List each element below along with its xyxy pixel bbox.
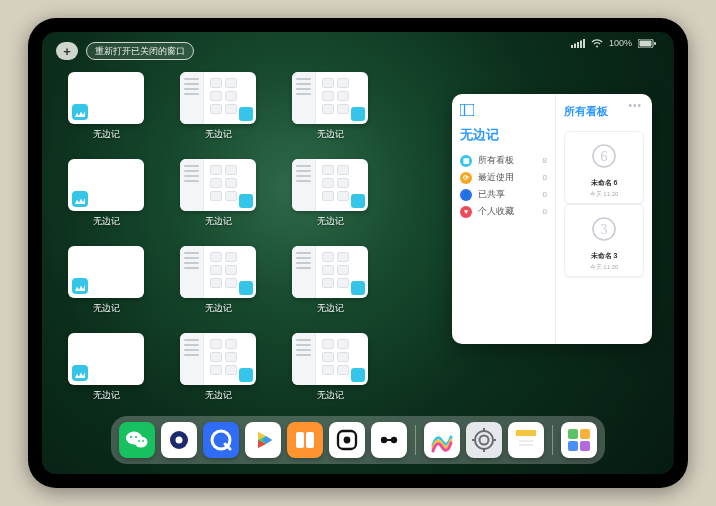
svg-rect-45 (568, 429, 578, 439)
window-thumb[interactable]: 无边记 (288, 246, 372, 315)
svg-rect-28 (296, 432, 304, 448)
window-label: 无边记 (205, 302, 232, 315)
svg-rect-1 (574, 43, 576, 48)
window-label: 无边记 (205, 128, 232, 141)
window-preview (68, 246, 144, 298)
dock-separator (552, 425, 553, 455)
dock-app-notes[interactable] (508, 422, 544, 458)
dock-app-dice[interactable] (329, 422, 365, 458)
dock-app-settings[interactable] (466, 422, 502, 458)
panel-sidebar-title: 无边记 (460, 126, 547, 144)
svg-rect-3 (580, 40, 582, 48)
svg-rect-34 (386, 439, 392, 441)
ipad-frame: 100% + 重新打开已关闭的窗口 无边记无边记无边记无边记无边记无边记无边记无… (28, 18, 688, 488)
window-preview (292, 72, 368, 124)
svg-rect-42 (516, 436, 536, 450)
favorite-icon: ♥ (460, 206, 472, 218)
dock-separator (415, 425, 416, 455)
sidebar-item-count: 0 (543, 173, 547, 182)
status-bar: 100% (571, 38, 656, 48)
sidebar-item-all[interactable]: ▦所有看板8 (460, 152, 547, 169)
panel-boards: 所有看板 6未命名 6今天 11:203未命名 3今天 11:20 (556, 94, 652, 344)
window-label: 无边记 (317, 128, 344, 141)
window-preview (180, 159, 256, 211)
window-preview (68, 333, 144, 385)
sidebar-item-count: 0 (543, 190, 547, 199)
svg-text:3: 3 (601, 222, 608, 237)
window-thumb[interactable]: 无边记 (288, 333, 372, 402)
reopen-closed-window-button[interactable]: 重新打开已关闭的窗口 (86, 42, 194, 60)
svg-rect-9 (460, 104, 474, 116)
svg-point-31 (344, 437, 351, 444)
shared-icon: 👤 (460, 189, 472, 201)
svg-point-19 (138, 440, 140, 442)
window-label: 无边记 (317, 389, 344, 402)
sidebar-item-favorite[interactable]: ♥个人收藏0 (460, 203, 547, 220)
dock-app-circle-q[interactable] (203, 422, 239, 458)
sidebar-toggle-icon[interactable] (460, 104, 547, 116)
svg-point-22 (176, 437, 183, 444)
svg-rect-48 (580, 441, 590, 451)
window-thumb[interactable]: 无边记 (64, 159, 148, 228)
svg-rect-41 (516, 430, 536, 436)
window-thumb[interactable]: 无边记 (176, 333, 260, 402)
board-preview: 3 (574, 209, 634, 249)
window-preview (68, 159, 144, 211)
sidebar-item-label: 个人收藏 (478, 205, 514, 218)
dock-app-wechat[interactable] (119, 422, 155, 458)
window-thumb[interactable]: 无边记 (176, 246, 260, 315)
window-thumb[interactable]: 无边记 (288, 159, 372, 228)
board-name: 未命名 3 (591, 251, 618, 261)
window-thumb[interactable]: 无边记 (64, 246, 148, 315)
svg-point-35 (475, 431, 493, 449)
board-time: 今天 11:20 (590, 263, 619, 272)
board-card[interactable]: 6未命名 6今天 11:20 (564, 131, 644, 204)
board-card[interactable]: 3未命名 3今天 11:20 (564, 204, 644, 277)
window-label: 无边记 (205, 389, 232, 402)
board-time: 今天 11:20 (590, 190, 619, 199)
battery-icon (638, 39, 656, 48)
dock-app-folder[interactable] (561, 422, 597, 458)
window-thumb[interactable]: 无边记 (176, 72, 260, 141)
window-label: 无边记 (93, 215, 120, 228)
sidebar-item-shared[interactable]: 👤已共享0 (460, 186, 547, 203)
ipad-screen: 100% + 重新打开已关闭的窗口 无边记无边记无边记无边记无边记无边记无边记无… (42, 32, 674, 474)
window-thumb[interactable]: 无边记 (176, 159, 260, 228)
dock-app-books[interactable] (287, 422, 323, 458)
svg-rect-7 (640, 40, 652, 46)
window-label: 无边记 (93, 389, 120, 402)
window-preview (292, 159, 368, 211)
new-window-button[interactable]: + (56, 42, 78, 60)
svg-point-5 (596, 45, 598, 47)
dock-app-connect[interactable] (371, 422, 407, 458)
panel-more-icon[interactable]: ••• (628, 100, 642, 111)
window-preview (180, 333, 256, 385)
all-icon: ▦ (460, 155, 472, 167)
sidebar-item-recent[interactable]: ⟳最近使用0 (460, 169, 547, 186)
window-label: 无边记 (317, 302, 344, 315)
window-preview (180, 72, 256, 124)
window-label: 无边记 (205, 215, 232, 228)
board-name: 未命名 6 (591, 178, 618, 188)
window-preview (292, 333, 368, 385)
window-thumb[interactable]: 无边记 (64, 72, 148, 141)
window-preview (292, 246, 368, 298)
window-label: 无边记 (93, 128, 120, 141)
sidebar-item-label: 已共享 (478, 188, 505, 201)
window-preview (180, 246, 256, 298)
window-thumb[interactable]: 无边记 (288, 72, 372, 141)
signal-icon (571, 39, 585, 48)
dock-app-freeform[interactable] (424, 422, 460, 458)
sidebar-item-label: 所有看板 (478, 154, 514, 167)
dock-app-play[interactable] (245, 422, 281, 458)
wifi-icon (591, 39, 603, 48)
battery-pct: 100% (609, 38, 632, 48)
svg-text:6: 6 (601, 149, 608, 164)
svg-point-17 (130, 436, 132, 438)
sidebar-item-label: 最近使用 (478, 171, 514, 184)
window-thumb[interactable]: 无边记 (64, 333, 148, 402)
freeform-panel[interactable]: ••• 无边记 ▦所有看板8⟳最近使用0👤已共享0♥个人收藏0 所有看板 6未命… (452, 94, 652, 344)
svg-point-18 (135, 436, 137, 438)
dock-app-quark[interactable] (161, 422, 197, 458)
sidebar-item-count: 8 (543, 156, 547, 165)
